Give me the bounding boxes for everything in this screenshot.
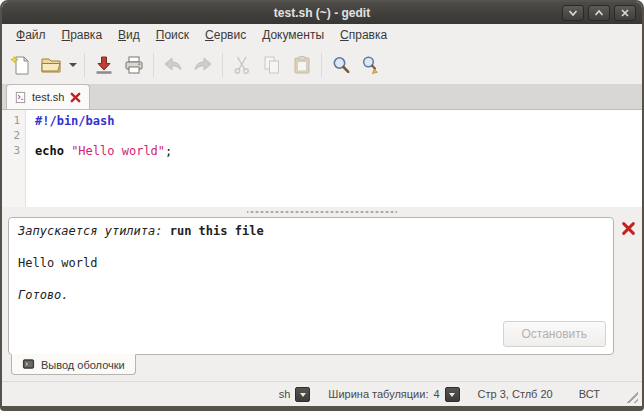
window-controls [562,5,642,21]
redo-button [188,50,218,80]
menu-search[interactable]: Поиск [148,25,197,45]
open-folder-icon [40,54,62,76]
output-command: run this file [170,224,264,238]
menu-tools[interactable]: Сервис [197,25,254,45]
insert-mode-indicator: ВСТ [579,388,600,400]
save-icon [93,54,115,76]
line-number: 2 [2,129,25,144]
panel-close-icon[interactable] [621,221,636,236]
search-replace-button[interactable] [356,50,386,80]
menu-documents[interactable]: Документы [254,25,332,45]
open-dropdown-arrow-icon [68,61,78,69]
cursor-position: Стр 3, Стлб 20 [478,388,553,400]
print-button[interactable] [119,50,149,80]
output-blank-line [18,272,604,288]
cut-icon [231,54,253,76]
bottom-panel-area: Запускается утилита: run this file Hello… [2,217,642,377]
splitter-grip-icon [247,210,397,214]
text-editor[interactable]: 1 2 3 #!/bin/bash echo "Hello world"; [2,110,642,207]
statusbar: sh Ширина табуляции: 4 Стр 3, Стлб 20 ВС… [2,381,642,406]
code-token-plain: ; [165,144,172,158]
toolbar-separator [222,53,223,77]
script-file-icon [14,91,27,104]
language-value: sh [279,388,291,400]
code-line-3: echo "Hello world"; [35,144,642,159]
search-button[interactable] [326,50,356,80]
output-blank-line [18,240,604,256]
code-token-keyword: echo [35,144,64,158]
code-area[interactable]: #!/bin/bash echo "Hello world"; [26,110,642,207]
code-line-2 [35,129,642,144]
code-line-1: #!/bin/bash [35,114,642,129]
minimize-icon [566,7,580,19]
output-done-line: Готово. [18,288,604,304]
undo-icon [162,54,184,76]
toolbar-separator [84,53,85,77]
panel-close-area [614,217,642,355]
maximize-button[interactable] [588,5,610,21]
new-document-icon [10,54,32,76]
menu-help[interactable]: Справка [332,25,395,45]
shell-output-tab[interactable]: Вывод оболочки [11,354,136,375]
tab-label: test.sh [32,91,64,103]
save-button[interactable] [89,50,119,80]
tab-width-dropdown-icon[interactable] [445,387,460,402]
code-token-string: "Hello world" [71,144,165,158]
menu-edit[interactable]: Правка [54,25,111,45]
open-dropdown-button[interactable] [66,50,80,80]
stop-button: Остановить [503,321,607,347]
redo-icon [192,54,214,76]
minimize-button[interactable] [562,5,584,21]
tab-close-icon[interactable] [69,91,82,104]
line-number: 1 [2,114,25,129]
document-tabbar: test.sh [2,84,642,110]
shell-output-panel[interactable]: Запускается утилита: run this file Hello… [8,217,614,355]
titlebar[interactable]: test.sh (~) - gedit [2,2,642,24]
tab-width-value: 4 [433,388,439,400]
terminal-icon [22,358,35,371]
panel-splitter[interactable] [2,207,642,217]
paste-button [287,50,317,80]
tab-test-sh[interactable]: test.sh [6,84,90,109]
paste-icon [291,54,313,76]
code-token-shebang: #!/bin/bash [35,114,114,128]
window-title: test.sh (~) - gedit [2,6,642,20]
new-document-button[interactable] [6,50,36,80]
line-number-gutter: 1 2 3 [2,110,26,207]
resize-grip-icon[interactable] [624,389,638,403]
print-icon [123,54,145,76]
line-number: 3 [2,144,25,159]
output-result-line: Hello world [18,256,604,272]
search-icon [330,54,352,76]
shell-output-tab-label: Вывод оболочки [41,359,125,371]
menubar: Файл Правка Вид Поиск Сервис Документы С… [2,24,642,46]
tab-width-label: Ширина табуляции: [328,388,428,400]
tab-width-selector[interactable]: Ширина табуляции: 4 [328,387,459,402]
search-replace-icon [360,54,382,76]
toolbar-separator [321,53,322,77]
language-dropdown-icon[interactable] [295,387,310,402]
cut-button [227,50,257,80]
copy-button [257,50,287,80]
maximize-icon [592,7,606,19]
language-selector[interactable]: sh [279,387,311,402]
output-starting-label: Запускается утилита: [18,224,170,238]
menu-view[interactable]: Вид [110,25,148,45]
close-button[interactable] [614,5,636,21]
undo-button [158,50,188,80]
open-button[interactable] [36,50,66,80]
output-status-line: Запускается утилита: run this file [18,224,604,240]
copy-icon [261,54,283,76]
toolbar-separator [153,53,154,77]
close-icon [619,7,631,19]
gedit-window: test.sh (~) - gedit Файл Правка Вид Поис… [0,0,644,411]
toolbar [2,46,642,84]
menu-file[interactable]: Файл [8,25,54,45]
